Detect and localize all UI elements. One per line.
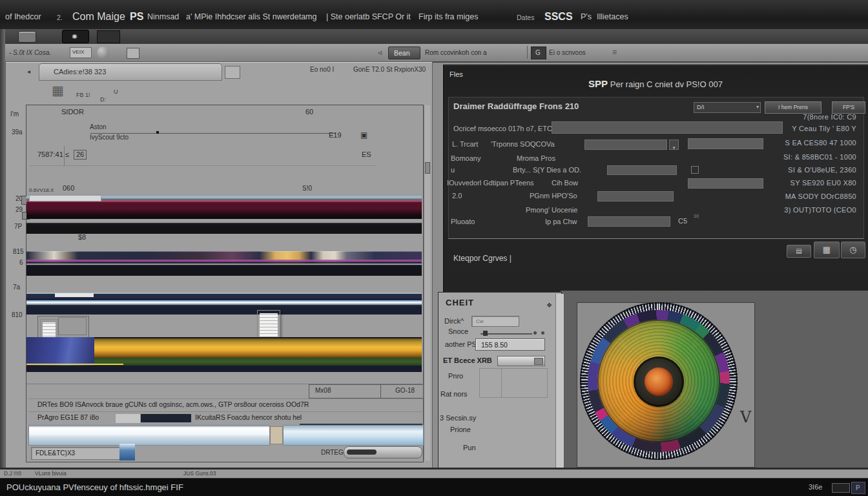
dialog-title: SPP Per raign C cniet dv PS!O 007 xyxy=(443,79,868,89)
tool-fb-label[interactable]: FB 1! xyxy=(76,92,90,98)
menu-item[interactable]: 2. xyxy=(57,14,63,21)
thumbnail-outline[interactable] xyxy=(58,317,87,335)
slider-dot[interactable] xyxy=(533,331,537,335)
cheit-etbcece-field[interactable] xyxy=(497,356,545,366)
chevron-down-icon: ▾ xyxy=(756,105,759,110)
menu-item[interactable]: P's xyxy=(581,13,592,21)
menu-item[interactable]: PS xyxy=(130,12,143,22)
plot-title: SIDOR xyxy=(61,108,84,116)
row-divider xyxy=(28,398,422,399)
document-thumbnail[interactable] xyxy=(257,310,280,340)
tab-back-icon[interactable]: ◂ xyxy=(27,68,30,75)
dialog-footer-button-menu[interactable]: ▤ xyxy=(787,245,811,258)
slider-dot[interactable] xyxy=(541,331,544,335)
page-icon[interactable] xyxy=(127,48,140,59)
tool-u-label[interactable]: U xyxy=(114,89,118,95)
dialog-row-value: S EA CES80 47 1000 xyxy=(785,140,856,147)
note-light-box[interactable] xyxy=(115,413,141,424)
spinner-button[interactable]: ▾ xyxy=(669,140,679,150)
document-tab[interactable]: CAdies:e!38 323 xyxy=(39,63,222,81)
spinner-button[interactable] xyxy=(534,358,543,365)
cheit-aother-field[interactable]: 155 8.50 xyxy=(475,338,545,351)
drteg-label: DRTEG xyxy=(321,450,344,456)
menu-item[interactable]: SSCS xyxy=(544,12,573,22)
grid-icon[interactable]: ▦ xyxy=(52,84,64,97)
dialog-input[interactable] xyxy=(597,191,674,202)
menu-item[interactable]: Dates xyxy=(517,14,534,21)
back-icon[interactable]: ◃ xyxy=(378,48,382,56)
panel-scrollbar[interactable] xyxy=(555,294,564,496)
dialog-row-c1: L. Trcart xyxy=(452,141,478,148)
mini-status-3: JUS Guns.03 xyxy=(183,471,216,477)
dialog-footer-button-clock[interactable]: ◷ xyxy=(841,242,865,258)
legend-divider xyxy=(380,385,381,398)
cheit-dirck-label: Dirck^ xyxy=(444,318,464,325)
dialog-input[interactable] xyxy=(607,165,677,175)
menu-item[interactable]: Illietaces xyxy=(597,13,628,21)
menu-item[interactable]: a' MPie Ihhdcser alis St nwerdetamg xyxy=(186,13,316,21)
dialog-menu-files[interactable]: Fles xyxy=(450,71,463,78)
dialog-row-c1: Bomoany xyxy=(451,155,480,162)
screen: of Ihedcor 2. Com Maige PS Ninmsad a' MP… xyxy=(0,0,868,496)
tray-p-icon[interactable]: P xyxy=(851,482,865,494)
dialog-button-1[interactable]: I hem Prens xyxy=(765,101,822,114)
tray-icon[interactable] xyxy=(832,483,850,493)
dialog-row-value: SI: & 858BC01 - 1000 xyxy=(783,154,856,161)
menu-item[interactable]: Ninmsad xyxy=(147,13,179,21)
row-divider xyxy=(28,411,422,412)
address-text-2[interactable]: Ei o scnvoos xyxy=(549,50,586,56)
dialog-note-1: 7(8nore IC0: C9 xyxy=(803,114,856,121)
dialog-input[interactable] xyxy=(688,138,763,149)
mini-tab[interactable] xyxy=(97,30,120,43)
strip-yellow-line xyxy=(26,364,123,365)
checkbox[interactable] xyxy=(691,166,699,174)
menu-item[interactable]: of Ihedcor xyxy=(5,13,41,21)
dialog-row-c2: 'Trponns SOQCOVa xyxy=(491,141,555,148)
menu-item[interactable]: Com Maige xyxy=(72,12,125,22)
dialog-combo[interactable]: D/I ▾ xyxy=(694,102,761,113)
plot-label-s8: $8 xyxy=(78,234,86,241)
status-text: POUckuyuana PVfensceuy of hftssic.hmgei … xyxy=(6,483,183,491)
vertical-scrollbar[interactable] xyxy=(424,105,430,460)
scrollbar-thumb[interactable] xyxy=(425,162,430,174)
search-icon[interactable] xyxy=(97,46,109,59)
gutter-label: 815 xyxy=(13,249,24,255)
diamond-icon[interactable]: ❖ xyxy=(546,302,552,309)
dialog-row-c1: Pluoato xyxy=(451,218,475,225)
cheit-aother-label: aother PS xyxy=(445,341,477,348)
slider-track[interactable] xyxy=(480,333,532,335)
tab-close-icon[interactable] xyxy=(225,66,240,79)
burger-icon[interactable]: ≡ xyxy=(612,48,617,56)
plot-scale-label: 0.6VV18.X xyxy=(29,188,54,193)
cheit-dirck-field[interactable]: Cw xyxy=(471,316,519,327)
dialog-title-rest: Per raign C cniet dv PS!O 007 xyxy=(608,79,723,89)
strip-notch xyxy=(29,195,101,202)
dialog-button-2[interactable]: FP'S xyxy=(832,101,865,114)
breadcrumb-badge[interactable]: VEIX xyxy=(70,47,92,58)
dialog-header-label: Draimer Raddüffrage Frons 210 xyxy=(453,102,579,110)
dialog-input-wide[interactable] xyxy=(552,121,783,134)
dialog-input[interactable] xyxy=(688,178,763,189)
dialog-footer-button-table[interactable]: ▦ xyxy=(814,242,840,258)
menu-item[interactable]: | Ste oerlatb SFCP Or it xyxy=(326,13,411,21)
menu-item[interactable]: Firp its fra miges xyxy=(418,13,478,21)
slider-knob[interactable] xyxy=(483,331,488,336)
window-icon[interactable] xyxy=(18,31,36,43)
cheit-table xyxy=(479,368,548,398)
plot-label-e19: E19 xyxy=(329,132,342,139)
bottom-pill[interactable] xyxy=(344,446,422,459)
eye-icon[interactable] xyxy=(62,30,89,43)
dialog-input[interactable] xyxy=(588,216,670,227)
tool-d-label[interactable]: D: xyxy=(100,97,106,103)
plot-measure-box[interactable]: 26 xyxy=(74,150,87,160)
bottom-field[interactable]: FDLE&TC)X3 xyxy=(31,447,129,460)
blue-handle[interactable] xyxy=(119,444,135,460)
window-glyph-icon[interactable]: ▣ xyxy=(360,131,367,139)
strip-green-band xyxy=(94,358,422,366)
address-text[interactable]: Rom ccovinkoh con a xyxy=(425,50,487,56)
dialog-input[interactable] xyxy=(584,140,667,150)
go-button[interactable]: Bean xyxy=(388,46,420,59)
g-icon[interactable]: G xyxy=(531,46,546,59)
window-header-text: Eo no0 I xyxy=(310,67,334,73)
plot-label-ivy: IvyScout 9cto xyxy=(90,134,129,141)
